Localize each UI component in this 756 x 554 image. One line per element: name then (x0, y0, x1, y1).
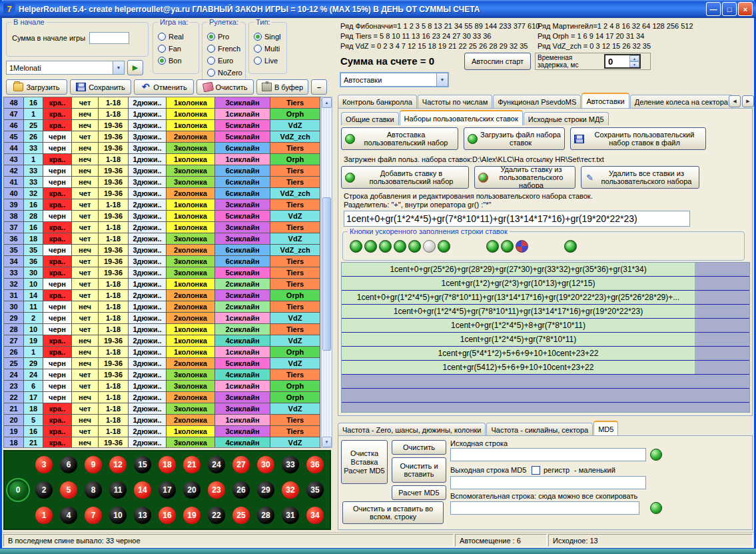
tab-item[interactable]: Частота - сиклайны, сектора (486, 423, 593, 436)
md5-clear-paste-aux-button[interactable]: Очистить и вставить во вспом. строку (342, 501, 444, 524)
board-number-19[interactable]: 19 (183, 507, 200, 524)
board-number-11[interactable]: 11 (109, 481, 127, 499)
table-row[interactable]: 2424чернчет19-362дюжи..3колонка4сиклайнT… (4, 369, 321, 381)
board-number-10[interactable]: 10 (109, 507, 127, 524)
delay-spinner[interactable]: 0 ▲ ▼ (604, 54, 641, 69)
bet-chip-icon[interactable] (564, 240, 577, 253)
board-number-21[interactable]: 21 (183, 456, 200, 473)
board-number-30[interactable]: 30 (257, 456, 274, 473)
panel-button[interactable]: Загрузить файл набора ставок (464, 127, 565, 150)
bet-chip-icon[interactable] (516, 240, 528, 253)
copy-source-icon[interactable] (650, 449, 662, 461)
radio-option[interactable]: Live (254, 56, 286, 65)
list-item[interactable]: 1cent+gr(5*4*1*2)+5+6+9+10+10cent+23+22 (342, 347, 749, 361)
play-button[interactable]: ▶ (127, 60, 143, 75)
board-number-12[interactable]: 12 (109, 456, 127, 473)
close-button[interactable]: × (738, 2, 753, 16)
board-number-23[interactable]: 23 (208, 481, 225, 499)
board-number-15[interactable]: 15 (134, 456, 151, 473)
md5-clear-button[interactable]: Очистить (392, 440, 446, 455)
board-number-16[interactable]: 16 (159, 507, 176, 524)
toolbar-button[interactable]: Сохранить (70, 79, 131, 95)
table-row[interactable]: 3114кра..чет1-182дюжи..2колонка3сиклайнO… (4, 290, 321, 301)
board-number-29[interactable]: 29 (257, 481, 274, 499)
board-number-31[interactable]: 31 (282, 507, 299, 524)
table-row[interactable]: 3828чернчет19-363дюжи..1колонка5сиклайнV… (4, 211, 321, 222)
list-item[interactable]: 1cent+0+gr(1*2*4*5)+gr(7*8*10*11)+gr(13*… (342, 291, 749, 305)
panel-button[interactable]: ✎Удалить все ставки из пользовательского… (581, 166, 699, 189)
board-number-14[interactable]: 14 (134, 481, 151, 499)
tab-item[interactable]: Наборы пользовательских ставок (400, 110, 523, 125)
table-row[interactable]: 2118кра..чет1-182дюжи..3колонка3сиклайнV… (4, 403, 321, 415)
board-number-26[interactable]: 26 (232, 481, 250, 499)
md5-calc-button[interactable]: Расчет MD5 (392, 485, 446, 500)
list-item[interactable]: 1cent+gr(1*2)+gr(2*3)+gr(10*13)+gr(12*15… (342, 277, 749, 291)
list-item[interactable]: 1cent+0+gr(1*2*4*5)+8+gr(7*8*10*11) (342, 319, 749, 333)
bet-chip-icon[interactable] (438, 240, 450, 253)
register-checkbox[interactable] (532, 466, 540, 475)
radio-option[interactable]: Pro (207, 32, 245, 41)
board-number-27[interactable]: 27 (232, 456, 250, 473)
board-number-9[interactable]: 9 (85, 456, 102, 473)
table-row[interactable]: 4032кра..чет19-363дюжи..2колонка6сиклайн… (4, 188, 321, 199)
spin-up-icon[interactable]: ▲ (629, 55, 639, 61)
table-row[interactable]: 205кра..неч1-181дюжи..2колонка1сиклайнTi… (4, 415, 321, 426)
radio-option[interactable]: Singl (254, 32, 286, 41)
scroll-down-icon[interactable]: ▼ (322, 437, 332, 447)
md5-clear-paste-calc-button[interactable]: Очистка Вставка Расчет MD5 (341, 440, 388, 484)
table-row[interactable]: 1821кра..неч19-362дюжи..3колонка4сиклайн… (4, 437, 321, 448)
table-scrollbar[interactable]: ▲ ▼ (321, 97, 332, 448)
maximize-button[interactable]: □ (722, 2, 737, 16)
tab-item[interactable]: Контроль банкролла (338, 95, 417, 108)
strategy-combobox[interactable]: 1Melonati ▼ (6, 61, 125, 75)
tabs-scroll-left-icon[interactable]: ◀ (729, 95, 741, 107)
tab-item[interactable]: MD5 (593, 421, 618, 436)
toolbar-button[interactable]: Очистить (196, 79, 254, 95)
table-row[interactable]: 3330кра..чет19-363дюжи..3колонка5сиклайн… (4, 267, 321, 279)
tab-item[interactable]: Частота - Zero, шансы, дюжины, колонки (338, 423, 486, 436)
list-item[interactable]: 1cent+0+gr(1*2*4*5)+gr(7*8*10*11)+gr(13*… (342, 305, 749, 319)
board-number-24[interactable]: 24 (208, 456, 225, 473)
start-sum-input[interactable] (89, 32, 129, 44)
bet-edit-input[interactable]: 1cent+0+gr(1*2*4*5)+gr(7*8*10*11)+gr(13*… (344, 211, 690, 227)
md5-aux-input[interactable] (450, 501, 639, 515)
md5-source-input[interactable] (450, 448, 646, 461)
board-number-18[interactable]: 18 (159, 456, 176, 473)
title-bar[interactable]: 7 HelperRoullet 5.4- create helperroulle… (0, 0, 756, 18)
tab-item[interactable]: Общие ставки (341, 112, 399, 125)
bet-chip-icon[interactable] (364, 240, 377, 253)
board-number-2[interactable]: 2 (35, 481, 53, 499)
table-row[interactable]: 2217черннеч1-182дюжи..2колонка3сиклайнOr… (4, 392, 321, 403)
board-number-25[interactable]: 25 (232, 507, 250, 524)
table-row[interactable]: 4433черннеч19-363дюжи..3колонка6сиклайнT… (4, 143, 321, 154)
board-number-36[interactable]: 36 (306, 456, 324, 473)
chevron-down-icon[interactable]: ▼ (113, 61, 124, 74)
table-row[interactable]: 3210чернчет1-181дюжи..1колонка2сиклайнTi… (4, 279, 321, 290)
radio-option[interactable]: NoZero (207, 68, 245, 77)
table-row[interactable]: 4625кра..неч19-363дюжи..1колонка5сиклайн… (4, 120, 321, 131)
spin-down-icon[interactable]: ▼ (629, 61, 639, 67)
scrollbar-thumb[interactable] (322, 197, 331, 351)
panel-button[interactable]: Сохранить пользовательский набор ставок … (570, 127, 706, 150)
scroll-up-icon[interactable]: ▲ (322, 97, 332, 108)
autospin-start-button[interactable]: Автоспин старт (464, 53, 531, 70)
radio-option[interactable]: French (207, 44, 245, 53)
table-row[interactable]: 4133черннеч19-363дюжи..3колонка6сиклайнT… (4, 177, 321, 188)
table-row[interactable]: 2719кра..неч19-362дюжи..1колонка4сиклайн… (4, 335, 321, 347)
table-row[interactable]: 471кра..неч1-181дюжи..1колонка1сиклайнOr… (4, 109, 321, 120)
table-row[interactable]: 4233черннеч19-363дюжи..3колонка6сиклайнT… (4, 165, 321, 177)
minimize-button[interactable]: — (706, 2, 721, 16)
table-row[interactable]: 3535черннеч19-363дюжи..2колонка6сиклайнV… (4, 245, 321, 256)
board-number-33[interactable]: 33 (282, 456, 299, 473)
board-number-35[interactable]: 35 (306, 481, 324, 499)
board-number-3[interactable]: 3 (35, 456, 53, 473)
list-item[interactable]: 1cent+gr(1*2*4*5)+gr(7*8*10*11) (342, 333, 749, 347)
tabs-scroll-right-icon[interactable]: ▶ (742, 95, 754, 107)
tab-item[interactable]: Исходные строки МД5 (524, 112, 609, 125)
table-row[interactable]: 2810чернчет1-181дюжи..1колонка2сиклайнTi… (4, 324, 321, 335)
table-row[interactable]: 3716кра..чет1-182дюжи..1колонка3сиклайнT… (4, 222, 321, 233)
bet-chip-icon[interactable] (423, 240, 436, 253)
chevron-down-icon[interactable]: ▼ (436, 73, 448, 86)
table-row[interactable]: 236чернчет1-181дюжи..3колонка1сиклайнOrp… (4, 381, 321, 392)
table-row[interactable]: 292чернчет1-181дюжи..2колонка1сиклайнVdZ (4, 313, 321, 324)
